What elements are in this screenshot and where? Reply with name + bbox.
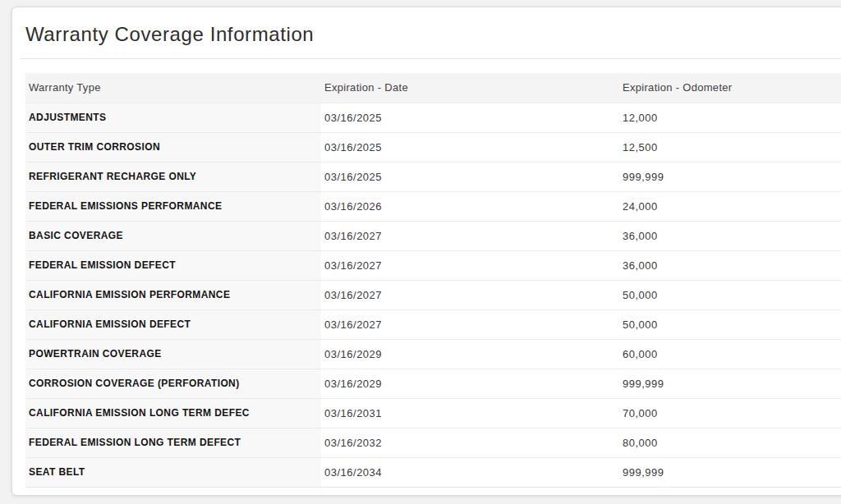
expiration-odometer-cell: 36,000 xyxy=(619,221,841,250)
table-row: ADJUSTMENTS 03/16/2025 12,000 xyxy=(25,103,841,132)
warranty-type-cell: REFRIGERANT RECHARGE ONLY xyxy=(25,162,321,191)
expiration-date-cell: 03/16/2027 xyxy=(321,221,619,250)
warranty-type-cell: BASIC COVERAGE xyxy=(25,221,321,250)
warranty-type-cell: CALIFORNIA EMISSION DEFECT xyxy=(25,309,321,339)
card-header: Warranty Coverage Information xyxy=(12,7,841,47)
warranty-table-container: Warranty Type Expiration - Date Expirati… xyxy=(25,73,841,488)
table-header-row: Warranty Type Expiration - Date Expirati… xyxy=(25,73,841,103)
warranty-type-cell: SEAT BELT xyxy=(25,457,321,487)
warranty-type-cell: OUTER TRIM CORROSION xyxy=(25,132,321,162)
expiration-date-cell: 03/16/2031 xyxy=(321,398,619,428)
table-row: POWERTRAIN COVERAGE 03/16/2029 60,000 xyxy=(25,339,841,369)
column-header-expiration-odometer[interactable]: Expiration - Odometer xyxy=(619,73,841,103)
expiration-date-cell: 03/16/2027 xyxy=(321,250,619,280)
expiration-date-cell: 03/16/2029 xyxy=(321,369,619,398)
warranty-type-cell: CALIFORNIA EMISSION LONG TERM DEFEC xyxy=(25,398,321,428)
expiration-odometer-cell: 999,999 xyxy=(619,457,841,487)
table-row: REFRIGERANT RECHARGE ONLY 03/16/2025 999… xyxy=(25,162,841,191)
warranty-table: Warranty Type Expiration - Date Expirati… xyxy=(25,73,841,488)
expiration-date-cell: 03/16/2027 xyxy=(321,309,619,339)
warranty-type-cell: CORROSION COVERAGE (PERFORATION) xyxy=(25,369,321,398)
warranty-type-cell: FEDERAL EMISSION LONG TERM DEFECT xyxy=(25,428,321,457)
expiration-odometer-cell: 12,000 xyxy=(619,103,841,132)
expiration-date-cell: 03/16/2027 xyxy=(321,280,619,309)
expiration-odometer-cell: 50,000 xyxy=(619,309,841,339)
page-title: Warranty Coverage Information xyxy=(25,22,841,47)
table-row: CALIFORNIA EMISSION DEFECT 03/16/2027 50… xyxy=(25,309,841,339)
expiration-date-cell: 03/16/2025 xyxy=(321,103,619,132)
expiration-date-cell: 03/16/2034 xyxy=(321,457,619,487)
table-row: FEDERAL EMISSION LONG TERM DEFECT 03/16/… xyxy=(25,428,841,457)
table-row: FEDERAL EMISSIONS PERFORMANCE 03/16/2026… xyxy=(25,191,841,221)
expiration-odometer-cell: 70,000 xyxy=(619,398,841,428)
warranty-type-cell: FEDERAL EMISSIONS PERFORMANCE xyxy=(25,191,321,221)
expiration-date-cell: 03/16/2025 xyxy=(321,132,619,162)
expiration-odometer-cell: 80,000 xyxy=(619,428,841,457)
expiration-odometer-cell: 999,999 xyxy=(619,369,841,398)
warranty-type-cell: ADJUSTMENTS xyxy=(25,103,321,132)
warranty-type-cell: POWERTRAIN COVERAGE xyxy=(25,339,321,369)
warranty-type-cell: CALIFORNIA EMISSION PERFORMANCE xyxy=(25,280,321,309)
table-row: FEDERAL EMISSION DEFECT 03/16/2027 36,00… xyxy=(25,250,841,280)
expiration-odometer-cell: 50,000 xyxy=(619,280,841,309)
table-row: CALIFORNIA EMISSION LONG TERM DEFEC 03/1… xyxy=(25,398,841,428)
warranty-coverage-card: Warranty Coverage Information Warranty T… xyxy=(11,7,841,496)
column-header-warranty-type[interactable]: Warranty Type xyxy=(25,73,321,103)
table-row: SEAT BELT 03/16/2034 999,999 xyxy=(25,457,841,487)
expiration-odometer-cell: 60,000 xyxy=(619,339,841,369)
table-row: CORROSION COVERAGE (PERFORATION) 03/16/2… xyxy=(25,369,841,398)
table-row: BASIC COVERAGE 03/16/2027 36,000 xyxy=(25,221,841,250)
expiration-date-cell: 03/16/2025 xyxy=(321,162,619,191)
expiration-date-cell: 03/16/2026 xyxy=(321,191,619,221)
expiration-date-cell: 03/16/2032 xyxy=(321,428,619,457)
table-row: OUTER TRIM CORROSION 03/16/2025 12,500 xyxy=(25,132,841,162)
expiration-odometer-cell: 999,999 xyxy=(619,162,841,191)
expiration-odometer-cell: 24,000 xyxy=(619,191,841,221)
column-header-expiration-date[interactable]: Expiration - Date xyxy=(321,73,619,103)
table-row: CALIFORNIA EMISSION PERFORMANCE 03/16/20… xyxy=(25,280,841,309)
expiration-odometer-cell: 12,500 xyxy=(619,132,841,162)
header-divider xyxy=(21,58,841,59)
expiration-odometer-cell: 36,000 xyxy=(619,250,841,280)
expiration-date-cell: 03/16/2029 xyxy=(321,339,619,369)
warranty-type-cell: FEDERAL EMISSION DEFECT xyxy=(25,250,321,280)
